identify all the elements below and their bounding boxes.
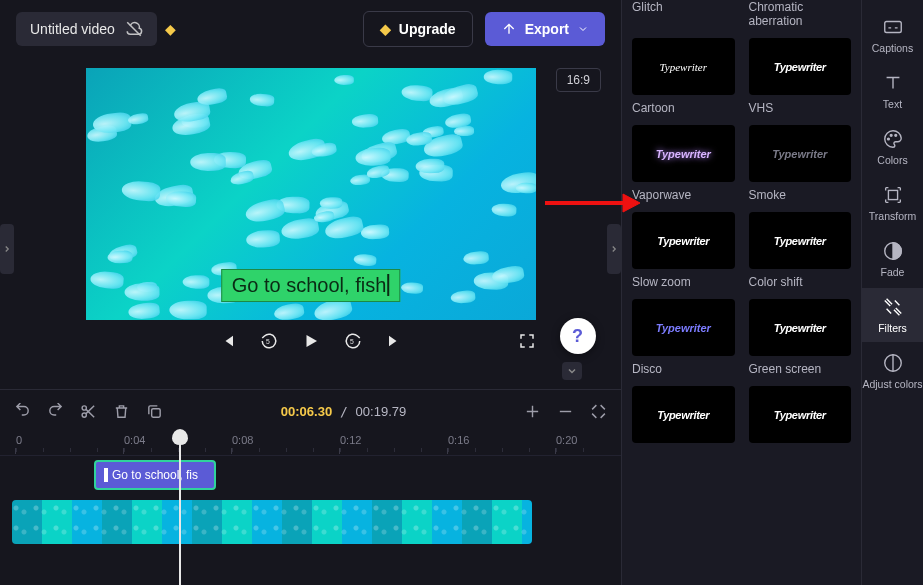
ruler-tick: 0:20 xyxy=(556,434,577,446)
filter-preview[interactable]: Typewriter xyxy=(632,38,735,95)
preview-zone: 16:9 Go to school, fish 5 5 ? xyxy=(0,58,621,389)
top-bar: Untitled video ◆ ◆ Upgrade Export xyxy=(0,0,621,58)
filters-icon xyxy=(882,296,904,318)
rail-transform[interactable]: Transform xyxy=(862,176,923,230)
filter-label: Vaporwave xyxy=(632,188,735,202)
timeline-ruler[interactable]: 00:040:080:120:160:20 xyxy=(0,432,621,456)
filter-preview[interactable]: Typewriter xyxy=(632,125,735,182)
filter-item[interactable]: TypewriterDisco xyxy=(632,299,735,376)
ruler-tick: 0:16 xyxy=(448,434,469,446)
filter-item[interactable]: TypewriterCartoon xyxy=(632,38,735,115)
text-clip[interactable]: Go to school, fis xyxy=(94,460,216,490)
project-title-chip[interactable]: Untitled video xyxy=(16,12,157,46)
captions-icon xyxy=(882,16,904,38)
filter-preview[interactable]: Typewriter xyxy=(632,386,735,443)
rail-fade[interactable]: Fade xyxy=(862,232,923,286)
ruler-tick: 0 xyxy=(16,434,22,446)
scissors-icon[interactable] xyxy=(80,403,97,420)
filter-item[interactable]: TypewriterSlow zoom xyxy=(632,212,735,289)
project-title: Untitled video xyxy=(30,21,115,37)
svg-point-6 xyxy=(82,412,86,416)
right-panel-toggle[interactable] xyxy=(607,224,621,274)
rail-filters[interactable]: Filters xyxy=(862,288,923,342)
svg-point-11 xyxy=(894,134,896,136)
adjust-icon xyxy=(882,352,904,374)
filter-item[interactable]: Typewriter xyxy=(749,386,852,443)
filter-label: Glitch xyxy=(632,0,735,14)
filter-label: Cartoon xyxy=(632,101,735,115)
video-preview[interactable]: Go to school, fish xyxy=(86,68,536,320)
svg-rect-7 xyxy=(152,408,161,417)
filter-preview[interactable]: Typewriter xyxy=(749,212,852,269)
aspect-ratio-badge[interactable]: 16:9 xyxy=(556,68,601,92)
cloud-off-icon xyxy=(125,20,143,38)
export-button[interactable]: Export xyxy=(485,12,605,46)
fullscreen-icon[interactable] xyxy=(518,332,536,350)
timeline-timecode: 00:06.30 / 00:19.79 xyxy=(281,404,406,419)
filter-item[interactable]: TypewriterSmoke xyxy=(749,125,852,202)
rail-adjust-colors[interactable]: Adjust colors xyxy=(862,344,923,398)
ruler-tick: 0:04 xyxy=(124,434,145,446)
filter-preview[interactable]: Typewriter xyxy=(749,125,852,182)
svg-text:5: 5 xyxy=(350,338,354,345)
left-panel-toggle[interactable] xyxy=(0,224,14,274)
caption-overlay[interactable]: Go to school, fish xyxy=(221,269,401,302)
add-track-icon[interactable] xyxy=(524,403,541,420)
filter-item[interactable]: TypewriterVaporwave xyxy=(632,125,735,202)
zoom-out-icon[interactable] xyxy=(557,403,574,420)
fade-icon xyxy=(882,240,904,262)
undo-icon[interactable] xyxy=(14,403,31,420)
palette-icon xyxy=(882,128,904,150)
diamond-badge-icon: ◆ xyxy=(165,21,176,37)
transform-icon xyxy=(882,184,904,206)
filter-item[interactable]: TypewriterGreen screen xyxy=(749,299,852,376)
text-icon xyxy=(882,72,904,94)
playhead[interactable] xyxy=(179,432,181,585)
filter-item[interactable]: TypewriterVHS xyxy=(749,38,852,115)
filter-label: Slow zoom xyxy=(632,275,735,289)
duplicate-icon[interactable] xyxy=(146,403,163,420)
svg-point-5 xyxy=(82,405,86,409)
svg-text:5: 5 xyxy=(266,338,270,345)
forward-5-icon[interactable]: 5 xyxy=(344,332,362,350)
filter-preview[interactable]: Typewriter xyxy=(632,212,735,269)
filter-label: Chromatic aberration xyxy=(749,0,852,28)
chevron-down-icon xyxy=(577,23,589,35)
diamond-icon: ◆ xyxy=(380,21,391,37)
tool-rail: Captions Text Colors Transform Fade Filt… xyxy=(861,0,923,585)
redo-icon[interactable] xyxy=(47,403,64,420)
help-button[interactable]: ? xyxy=(560,318,596,354)
skip-back-icon[interactable] xyxy=(218,332,236,350)
svg-point-9 xyxy=(887,138,889,140)
playback-controls: 5 5 ? xyxy=(86,332,536,350)
export-label: Export xyxy=(525,21,569,37)
filter-label: Green screen xyxy=(749,362,852,376)
filter-item[interactable]: Typewriter xyxy=(632,386,735,443)
timeline-tracks[interactable]: Go to school, fis xyxy=(0,456,621,585)
timeline-toolbar: 00:06.30 / 00:19.79 xyxy=(0,390,621,432)
ruler-tick: 0:12 xyxy=(340,434,361,446)
filters-panel[interactable]: GlitchChromatic aberrationTypewriterCart… xyxy=(621,0,861,585)
clip-handle-left[interactable] xyxy=(104,468,108,482)
svg-point-10 xyxy=(890,134,892,136)
rail-captions[interactable]: Captions xyxy=(862,8,923,62)
filter-item[interactable]: TypewriterColor shift xyxy=(749,212,852,289)
rail-colors[interactable]: Colors xyxy=(862,120,923,174)
filter-preview[interactable]: Typewriter xyxy=(632,299,735,356)
video-clip[interactable] xyxy=(12,500,532,544)
skip-forward-icon[interactable] xyxy=(386,332,404,350)
svg-rect-8 xyxy=(884,22,901,33)
filter-label: VHS xyxy=(749,101,852,115)
ruler-tick: 0:08 xyxy=(232,434,253,446)
filter-preview[interactable]: Typewriter xyxy=(749,38,852,95)
upgrade-button[interactable]: ◆ Upgrade xyxy=(363,11,473,47)
upload-icon xyxy=(501,21,517,37)
fit-icon[interactable] xyxy=(590,403,607,420)
rewind-5-icon[interactable]: 5 xyxy=(260,332,278,350)
filter-preview[interactable]: Typewriter xyxy=(749,299,852,356)
play-button[interactable] xyxy=(302,332,320,350)
trash-icon[interactable] xyxy=(113,403,130,420)
collapse-preview-icon[interactable] xyxy=(562,362,582,380)
filter-preview[interactable]: Typewriter xyxy=(749,386,852,443)
rail-text[interactable]: Text xyxy=(862,64,923,118)
